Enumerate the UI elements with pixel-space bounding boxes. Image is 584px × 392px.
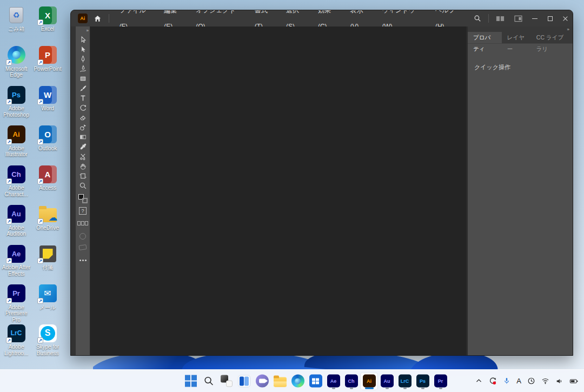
minimize-icon [532, 18, 537, 19]
chat-icon [256, 375, 269, 388]
volume-button[interactable] [555, 377, 563, 385]
file-explorer-icon [274, 377, 287, 387]
desktop-icon-outlook[interactable]: O↗ Outlook [32, 125, 63, 165]
home-button[interactable] [94, 15, 102, 23]
powerpoint-badge: P [45, 50, 50, 59]
eyedropper-tool[interactable] [77, 142, 89, 151]
audition-icon: Au [381, 375, 394, 388]
desktop-icon-adobe-audition[interactable]: Au↗ Adobe Audition [1, 205, 32, 245]
desktop-icon-label: Adobe Audition [1, 225, 32, 237]
scissors-tool[interactable] [77, 151, 89, 161]
edge-button[interactable] [289, 373, 306, 389]
pen-tool-icon [79, 55, 87, 63]
illustrator-badge: Ai [367, 378, 371, 384]
type-tool[interactable] [77, 93, 89, 103]
taskbar-character-animator[interactable]: Ch [343, 373, 360, 389]
fill-stroke-control[interactable] [78, 194, 88, 203]
after-effects-badge: Ae [12, 250, 21, 258]
pen-tool[interactable] [77, 54, 89, 64]
draw-normal-icon [77, 221, 81, 225]
color-control[interactable]: ? [79, 207, 87, 215]
shape-builder-tool[interactable] [77, 122, 89, 132]
zoom-tool[interactable] [77, 181, 89, 190]
direct-selection-tool-icon [79, 45, 87, 54]
taskbar-search-button[interactable] [200, 373, 217, 389]
panel-collapse-button[interactable]: » [468, 26, 573, 32]
microsoft-store-button[interactable] [307, 373, 324, 389]
close-button[interactable] [558, 10, 573, 26]
tab-cc-libraries[interactable]: CC ライブラリ [531, 32, 573, 43]
hand-tool[interactable] [77, 161, 89, 171]
desktop-icon-label: 付箋 [42, 264, 53, 271]
workspace-switcher-button[interactable] [509, 15, 527, 22]
microphone-status-button[interactable] [503, 377, 510, 385]
shortcut-arrow-icon: ↗ [6, 59, 12, 65]
curvature-tool[interactable] [77, 64, 89, 74]
paintbrush-tool[interactable] [77, 83, 89, 93]
battery-button[interactable] [569, 377, 579, 385]
illustrator-icon: Ai [363, 375, 376, 388]
taskbar-premiere-pro[interactable]: Pr [432, 373, 449, 389]
start-button[interactable] [182, 373, 199, 389]
minimize-button[interactable] [527, 10, 542, 26]
taskbar-audition[interactable]: Au [379, 373, 395, 389]
direct-selection-tool[interactable] [77, 44, 89, 54]
arrange-documents-button[interactable] [491, 15, 509, 22]
desktop-icon-microsoft-edge[interactable]: ↗ Microsoft Edge [1, 46, 32, 86]
zoom-tool-icon [79, 182, 87, 190]
shortcut-arrow-icon: ↗ [37, 218, 43, 224]
desktop-icon-adobe-illustrator[interactable]: Ai↗ Adobe Illustrator [1, 125, 32, 165]
search-button[interactable] [469, 15, 486, 22]
desktop-icon-sticky-notes[interactable]: ↗ 付箋 [32, 244, 63, 284]
titlebar-divider [109, 14, 109, 23]
drawing-mode-buttons[interactable] [77, 221, 88, 225]
desktop-icon-grid: ♻ ごみ箱 X↗ Excel ↗ Microsoft Edge P↗ Power… [1, 6, 63, 364]
eraser-tool[interactable] [77, 112, 89, 122]
desktop-icon-recycle-bin[interactable]: ♻ ごみ箱 [1, 6, 32, 46]
running-indicator [421, 387, 424, 389]
desktop-icon-access[interactable]: A↗ Access [32, 165, 63, 205]
selection-tool[interactable] [77, 35, 89, 44]
desktop-icon-adobe-lightroom[interactable]: LrC↗ Adobe Lightroo... [1, 324, 32, 364]
artboard-tool[interactable] [77, 171, 89, 181]
desktop-icon-label: PowerPoint [34, 66, 61, 72]
desktop-icon-adobe-premiere-pro[interactable]: Pr↗ Adobe Premiere Pro [1, 284, 32, 324]
desktop-icon-powerpoint[interactable]: P↗ PowerPoint [32, 46, 63, 86]
curvature-tool-icon [79, 65, 87, 73]
document-canvas[interactable] [90, 26, 467, 355]
clock-app-button[interactable] [527, 377, 535, 385]
tab-layers[interactable]: レイヤー [502, 32, 531, 43]
file-explorer-button[interactable] [271, 373, 288, 389]
taskbar-lightroom-classic[interactable]: LrC [396, 373, 413, 389]
desktop-icon-onedrive[interactable]: ☁↗ OneDrive [32, 205, 63, 245]
desktop-icon-mail[interactable]: ✉↗ メール [32, 284, 63, 324]
shortcut-arrow-icon: ↗ [37, 19, 43, 25]
rotate-tool[interactable] [77, 103, 89, 112]
desktop-icon-skype-for-business[interactable]: S↗ Skype for Business [32, 324, 63, 364]
desktop-icon-adobe-character[interactable]: Ch↗ Adobe Charact... [1, 165, 32, 205]
gradient-tool[interactable] [77, 132, 89, 142]
widgets-button[interactable] [236, 373, 253, 389]
desktop-icon-label: Adobe Lightroo... [1, 344, 32, 356]
quick-actions-label: クイック操作 [474, 63, 566, 71]
desktop-icon-adobe-photoshop[interactable]: Ps↗ Adobe Photoshop [1, 85, 32, 125]
rectangle-tool[interactable] [77, 74, 89, 83]
clock-icon [527, 377, 535, 385]
ime-mode-button[interactable]: A [516, 377, 521, 385]
tab-properties[interactable]: プロパティ [468, 32, 502, 43]
desktop-icon-adobe-after-effects[interactable]: Ae↗ Adobe After Effects [1, 244, 32, 284]
tray-overflow-button[interactable] [475, 377, 482, 384]
network-button[interactable] [541, 377, 549, 384]
recording-status-button[interactable] [488, 377, 497, 386]
desktop-icon-label: Adobe Premiere Pro [1, 304, 32, 323]
taskbar-illustrator[interactable]: Ai [361, 373, 377, 389]
chat-button[interactable] [254, 373, 270, 389]
taskbar-after-effects[interactable]: Ae [325, 373, 342, 389]
desktop-icon-label: Adobe Photoshop [1, 105, 32, 118]
taskbar-photoshop[interactable]: Ps [414, 373, 431, 389]
desktop-icon-excel[interactable]: X↗ Excel [32, 6, 63, 46]
task-view-button[interactable] [218, 373, 235, 389]
maximize-button[interactable] [542, 10, 558, 26]
desktop-icon-word[interactable]: W↗ Word [32, 85, 63, 125]
edit-toolbar-button[interactable] [82, 260, 84, 261]
